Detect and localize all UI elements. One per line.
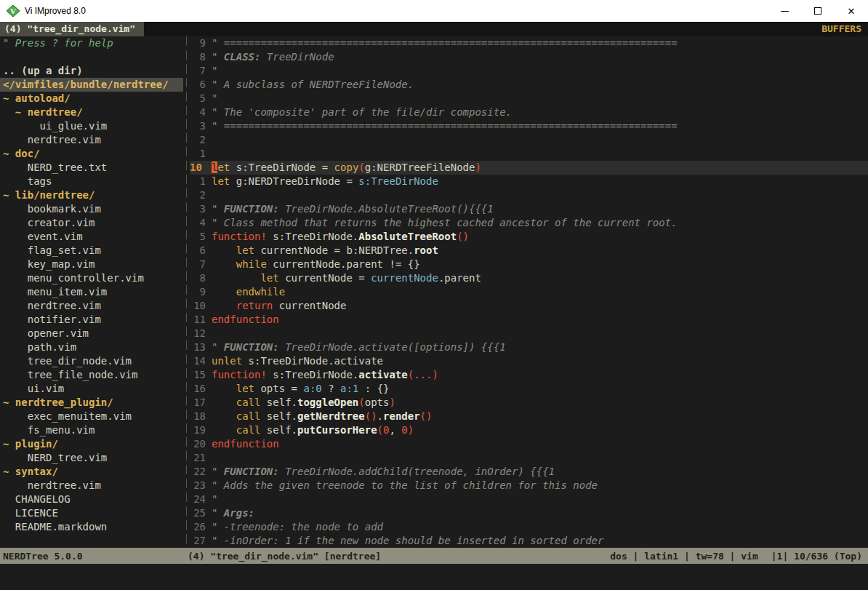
code-line[interactable]: 9" =====================================… [190, 36, 868, 50]
tree-up-item[interactable]: .. (up a dir) [0, 64, 183, 78]
window-split-separator[interactable] [183, 36, 190, 548]
buffers-label: BUFFERS [815, 22, 868, 36]
line-number: 15 [190, 368, 206, 382]
nerdtree-lines: " Press ? for help .. (up a dir)</vimfil… [0, 36, 183, 534]
tree-file-item[interactable]: bookmark.vim [0, 202, 183, 216]
tree-file-item[interactable]: nerdtree.vim [0, 299, 183, 313]
code-line[interactable]: 5function! s:TreeDirNode.AbsoluteTreeRoo… [190, 230, 868, 244]
line-number: 22 [190, 465, 206, 479]
code-line[interactable]: 10let s:TreeDirNode = copy(g:NERDTreeFil… [190, 161, 868, 175]
tree-file-item[interactable]: menu_item.vim [0, 285, 183, 299]
code-line[interactable]: 11endfunction [190, 313, 868, 327]
code-line[interactable]: 25" Args: [190, 506, 868, 520]
code-token [212, 410, 236, 422]
code-line[interactable]: 7 while currentNode.parent != {} [190, 258, 868, 271]
tree-dir-item[interactable]: ~ plugin/ [0, 437, 183, 451]
code-line[interactable]: 2 [190, 188, 868, 202]
tree-file-item[interactable]: flag_set.vim [0, 244, 183, 258]
tree-file-item[interactable]: creator.vim [0, 216, 183, 230]
code-line[interactable]: 22" FUNCTION: TreeDirNode.addChild(treen… [190, 465, 868, 479]
tree-file-item[interactable]: tags [0, 175, 183, 188]
code-line[interactable]: 6 let currentNode = b:NERDTree.root [190, 244, 868, 258]
tree-file-item[interactable]: event.vim [0, 230, 183, 244]
code-line[interactable]: 3" =====================================… [190, 119, 868, 133]
code-line[interactable]: 20endfunction [190, 437, 868, 451]
line-number: 9 [190, 36, 206, 50]
minimize-button[interactable] [768, 0, 801, 22]
status-right-items: dos | latin1 | tw=78 | vim [610, 551, 758, 562]
tree-dir-item[interactable]: ~ autoload/ [0, 92, 183, 105]
code-line[interactable]: 8 let currentNode = currentNode.parent [190, 271, 868, 285]
code-line[interactable]: 10 return currentNode [190, 299, 868, 313]
tree-file-item[interactable]: ui.vim [0, 382, 183, 396]
tree-dir-item[interactable]: ~ nerdtree/ [0, 105, 183, 119]
tree-dir-item[interactable]: ~ nerdtree_plugin/ [0, 396, 183, 410]
tree-file-item[interactable]: fs_menu.vim [0, 423, 183, 437]
code-line[interactable]: 19 call self.putCursorHere(0, 0) [190, 423, 868, 437]
code-line[interactable]: 5" [190, 92, 868, 105]
code-token: call [236, 424, 261, 436]
code-line[interactable]: 4" Class method that returns the highest… [190, 216, 868, 230]
tree-file-item[interactable]: NERD_tree.txt [0, 161, 183, 175]
code-line[interactable]: 14unlet s:TreeDirNode.activate [190, 354, 868, 368]
tree-file-item[interactable]: menu_controller.vim [0, 271, 183, 285]
tree-file-item[interactable]: README.markdown [0, 520, 183, 534]
tree-file-item[interactable]: exec_menuitem.vim [0, 410, 183, 423]
code-line[interactable]: 3" FUNCTION: TreeDirNode.AbsoluteTreeRoo… [190, 202, 868, 216]
tree-dir-item[interactable]: ~ doc/ [0, 147, 183, 161]
tabline-fill [144, 22, 815, 36]
tree-file-item[interactable]: LICENCE [0, 506, 183, 520]
tree-file-item[interactable]: tree_file_node.vim [0, 368, 183, 382]
line-number: 5 [190, 92, 206, 105]
code-token: g:NERDTreeFileNode [365, 162, 475, 173]
code-line[interactable]: 16 let opts = a:0 ? a:1 : {} [190, 382, 868, 396]
tree-file-item[interactable]: nerdtree.vim [0, 479, 183, 493]
tree-file-item[interactable]: tree_dir_node.vim [0, 354, 183, 368]
code-line[interactable]: 17 call self.toggleOpen(opts) [190, 396, 868, 410]
code-line[interactable]: 24" [190, 493, 868, 506]
code-token [212, 286, 236, 298]
code-token [212, 244, 236, 256]
maximize-button[interactable] [801, 0, 835, 22]
line-number: 10 [190, 161, 206, 175]
code-line[interactable]: 21 [190, 451, 868, 465]
nerdtree-panel[interactable]: " Press ? for help .. (up a dir)</vimfil… [0, 36, 183, 548]
tab-tree-dir-node[interactable]: (4) "tree_dir_node.vim" [0, 22, 144, 36]
tree-file-item[interactable]: nerdtree.vim [0, 133, 183, 147]
tree-file-item[interactable]: opener.vim [0, 327, 183, 340]
tree-file-item[interactable]: ui_glue.vim [0, 119, 183, 133]
code-line[interactable]: 12 [190, 327, 868, 340]
code-line[interactable]: 18 call self.getNerdtree().render() [190, 410, 868, 423]
code-line[interactable]: 23" Adds the given treenode to the list … [190, 479, 868, 493]
code-line[interactable]: 6" A subclass of NERDTreeFileNode. [190, 78, 868, 92]
code-line[interactable]: 1 [190, 147, 868, 161]
editor-panel[interactable]: 9" =====================================… [190, 36, 868, 548]
tree-file-item[interactable]: NERD_tree.vim [0, 451, 183, 465]
tree-root-item[interactable]: </vimfiles/bundle/nerdtree/ [0, 78, 183, 92]
code-line[interactable]: 8" CLASS: TreeDirNode [190, 50, 868, 64]
code-token: g:NERDTreeDirNode = [230, 175, 358, 187]
line-number: 8 [190, 271, 206, 285]
code-text: unlet s:TreeDirNode.activate [212, 354, 868, 368]
close-button[interactable]: ✕ [835, 0, 868, 22]
code-token: AbsoluteTreeRoot [358, 231, 457, 242]
tree-dir-item[interactable]: ~ syntax/ [0, 465, 183, 479]
command-line[interactable] [0, 564, 868, 590]
code-line[interactable]: 9 endwhile [190, 285, 868, 299]
code-token: () [420, 410, 433, 422]
code-line[interactable]: 15function! s:TreeDirNode.activate(...) [190, 368, 868, 382]
tree-dir-item[interactable]: ~ lib/nerdtree/ [0, 188, 183, 202]
tree-file-item[interactable]: CHANGELOG [0, 493, 183, 506]
code-line[interactable]: 27" -inOrder: 1 if the new node should b… [190, 534, 868, 548]
code-line[interactable]: 2 [190, 133, 868, 147]
code-line[interactable]: 1let g:NERDTreeDirNode = s:TreeDirNode [190, 175, 868, 188]
code-token: " Class method that returns the highest … [212, 217, 678, 228]
code-line[interactable]: 7" [190, 64, 868, 78]
code-text: " ======================================… [212, 119, 868, 133]
tree-file-item[interactable]: notifier.vim [0, 313, 183, 327]
code-line[interactable]: 26" -treenode: the node to add [190, 520, 868, 534]
tree-file-item[interactable]: key_map.vim [0, 258, 183, 271]
tree-file-item[interactable]: path.vim [0, 340, 183, 354]
code-line[interactable]: 4" The 'composite' part of the file/dir … [190, 105, 868, 119]
code-line[interactable]: 13" FUNCTION: TreeDirNode.activate([opti… [190, 340, 868, 354]
